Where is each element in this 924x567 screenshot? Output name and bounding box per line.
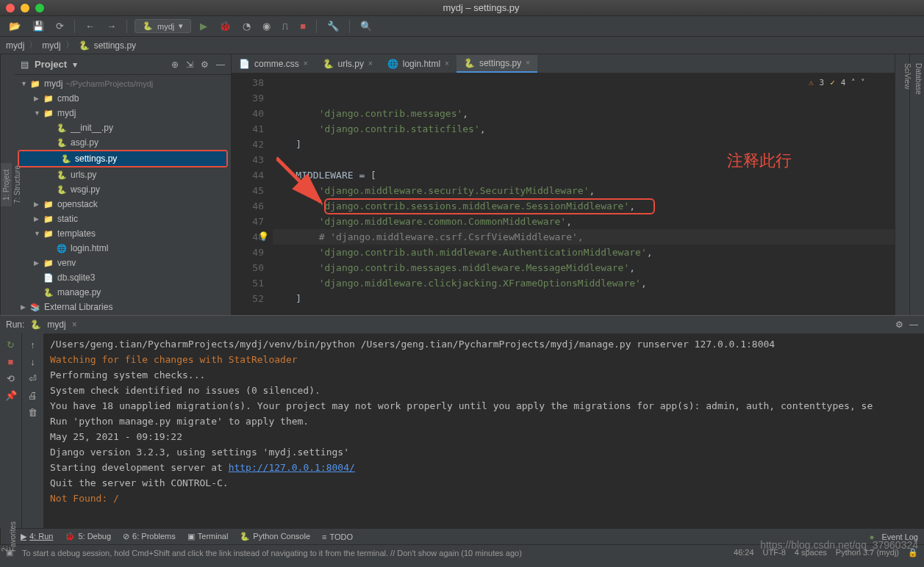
structure-tool-tab[interactable]: 7: Structure: [12, 160, 23, 210]
up-icon[interactable]: ↑: [30, 339, 35, 350]
target-icon[interactable]: ⊕: [171, 59, 179, 70]
restart-icon[interactable]: ⟲: [7, 373, 15, 384]
gear-icon[interactable]: ⚙: [201, 59, 209, 70]
refresh-icon[interactable]: ⟳: [53, 19, 67, 33]
pin-icon[interactable]: 📌: [5, 390, 17, 401]
left-tool-strip: 1: Project 7: Structure: [0, 54, 15, 315]
run-icon[interactable]: ▶: [197, 19, 210, 33]
close-tab-icon[interactable]: ×: [72, 319, 77, 330]
gear-icon[interactable]: ⚙: [895, 319, 903, 330]
favorites-tool-tab[interactable]: 2: Favorites: [0, 528, 15, 544]
interpreter[interactable]: Python 3.7 (mydj): [836, 548, 899, 557]
profile-icon[interactable]: ◉: [259, 19, 273, 33]
bottom-tab[interactable]: 🐍Python Console: [240, 532, 310, 541]
search-icon[interactable]: 🔍: [357, 19, 375, 33]
wrap-icon[interactable]: ⏎: [29, 373, 37, 384]
stop-icon[interactable]: ■: [8, 356, 14, 367]
tree-item[interactable]: 📄db.sqlite3: [15, 270, 231, 285]
hide-icon[interactable]: —: [909, 319, 918, 330]
close-window-icon[interactable]: [6, 4, 15, 12]
coverage-icon[interactable]: ◔: [240, 19, 254, 33]
project-panel-title: Project: [35, 59, 67, 70]
indent[interactable]: 4 spaces: [795, 548, 827, 557]
project-panel: ▤ Project ▾ ⊕ ⇲ ⚙ — ▼📁mydj~/PycharmProje…: [15, 54, 232, 315]
bottom-tab[interactable]: ▣Terminal: [187, 532, 229, 541]
cursor-position[interactable]: 46:24: [734, 548, 754, 557]
run-config-selector[interactable]: 🐍mydj ▾: [135, 19, 191, 33]
console-output[interactable]: /Users/geng.tian/PycharmProjects/mydj/ve…: [44, 333, 924, 528]
tree-item[interactable]: 🐍settings.py: [19, 151, 226, 166]
lock-icon[interactable]: 🔒: [908, 548, 918, 557]
trash-icon[interactable]: 🗑: [28, 407, 37, 418]
open-icon[interactable]: 📂: [6, 19, 24, 33]
tree-item[interactable]: ▼📁mydj: [15, 106, 231, 120]
stop-icon[interactable]: ■: [297, 19, 309, 33]
down-icon[interactable]: ↓: [30, 356, 35, 367]
project-panel-header: ▤ Project ▾ ⊕ ⇲ ⚙ —: [15, 54, 231, 75]
run-tool-buttons-2: ↑ ↓ ⏎ 🖨 🗑: [22, 333, 44, 528]
python-icon: 🐍: [30, 319, 41, 330]
tree-item[interactable]: 🐍__init__.py: [15, 120, 231, 135]
build-icon[interactable]: 🔧: [324, 19, 342, 33]
editor-tab[interactable]: 📄comme.css×: [232, 56, 315, 72]
event-log-button[interactable]: Event Log: [881, 532, 918, 541]
dropdown-icon[interactable]: ▾: [73, 59, 77, 70]
line-gutter: 383940414243444546474849505152: [232, 73, 273, 315]
bottom-tool-tabs: ▶4: Run🐞5: Debug⊘6: Problems▣Terminal🐍Py…: [15, 528, 924, 544]
tree-item[interactable]: 🌐login.html: [15, 241, 231, 256]
collapse-icon[interactable]: ⇲: [186, 59, 193, 70]
main-toolbar: 📂 💾 ⟳ ← → 🐍mydj ▾ ▶ 🐞 ◔ ◉ ⎍ ■ 🔧 🔍: [0, 16, 924, 37]
project-tree[interactable]: ▼📁mydj~/PycharmProjects/mydj▶📁cmdb▼📁mydj…: [15, 75, 231, 315]
breadcrumb-item[interactable]: mydj: [6, 40, 24, 51]
tree-item[interactable]: ▼📁templates: [15, 226, 231, 241]
save-icon[interactable]: 💾: [29, 19, 47, 33]
maximize-window-icon[interactable]: [35, 4, 44, 12]
editor-tab[interactable]: 🌐login.html×: [380, 56, 456, 72]
run-label: Run:: [6, 319, 24, 330]
bottom-tab[interactable]: ▶4: Run: [21, 532, 53, 541]
window-controls: [6, 4, 44, 12]
encoding[interactable]: UTF-8: [763, 548, 786, 557]
python-file-icon: 🐍: [79, 40, 90, 51]
run-tool-buttons: ↻ ■ ⟲ 📌: [0, 333, 22, 528]
tree-item[interactable]: 🐍wsgi.py: [15, 182, 231, 197]
run-panel-header: Run: 🐍 mydj × ⚙ —: [0, 316, 924, 333]
debug-icon[interactable]: 🐞: [216, 19, 234, 33]
rerun-icon[interactable]: ↻: [7, 339, 15, 350]
breadcrumb-item[interactable]: settings.py: [94, 40, 136, 51]
editor-tab[interactable]: 🐍settings.py×: [456, 55, 537, 73]
sciview-tool-tab[interactable]: SciView: [902, 60, 913, 315]
project-icon: ▤: [21, 59, 29, 70]
back-icon[interactable]: ←: [82, 19, 98, 33]
code-content[interactable]: 'django.contrib.messages', 'django.contr…: [273, 73, 895, 315]
forward-icon[interactable]: →: [104, 19, 119, 33]
code-area[interactable]: 383940414243444546474849505152 'django.c…: [232, 73, 895, 315]
tree-item[interactable]: ▼📁mydj~/PycharmProjects/mydj: [15, 76, 231, 91]
editor-tab[interactable]: 🐍urls.py×: [315, 56, 380, 72]
tree-item[interactable]: ▶📁venv: [15, 256, 231, 270]
bottom-tab[interactable]: ⊘6: Problems: [123, 532, 176, 541]
tree-item[interactable]: 🐍urls.py: [15, 167, 231, 182]
print-icon[interactable]: 🖨: [28, 390, 37, 401]
hide-icon[interactable]: —: [216, 59, 225, 70]
tree-item[interactable]: ▶📚External Libraries: [15, 300, 231, 314]
database-tool-tab[interactable]: Database: [913, 60, 924, 315]
breadcrumb: mydj〉 mydj〉 🐍 settings.py: [0, 37, 924, 54]
window-title: mydj – settings.py: [44, 2, 918, 13]
titlebar: mydj – settings.py: [0, 0, 924, 16]
inspection-widget[interactable]: ⚠3 ✓4 ˄ ˅: [809, 78, 865, 87]
bottom-tab[interactable]: ≡TODO: [322, 532, 353, 541]
bottom-tab[interactable]: 🐞5: Debug: [65, 532, 111, 541]
tree-item[interactable]: 🐍manage.py: [15, 285, 231, 300]
tree-item[interactable]: ▶📁openstack: [15, 197, 231, 212]
tree-item[interactable]: ▶📁cmdb: [15, 91, 231, 106]
project-tool-tab[interactable]: 1: Project: [1, 163, 12, 206]
concurrency-icon[interactable]: ⎍: [279, 19, 291, 33]
right-tool-strip: Database SciView: [909, 54, 924, 315]
minimize-window-icon[interactable]: [21, 4, 29, 12]
tree-item[interactable]: 🐍asgi.py: [15, 135, 231, 150]
run-panel: Run: 🐍 mydj × ⚙ — ↻ ■ ⟲ 📌 ↑ ↓ ⏎ 🖨 🗑 /Use…: [0, 315, 924, 528]
editor-tabs: 📄comme.css×🐍urls.py×🌐login.html×🐍setting…: [232, 54, 895, 73]
tree-item[interactable]: ▶📁static: [15, 212, 231, 226]
breadcrumb-item[interactable]: mydj: [42, 40, 60, 51]
